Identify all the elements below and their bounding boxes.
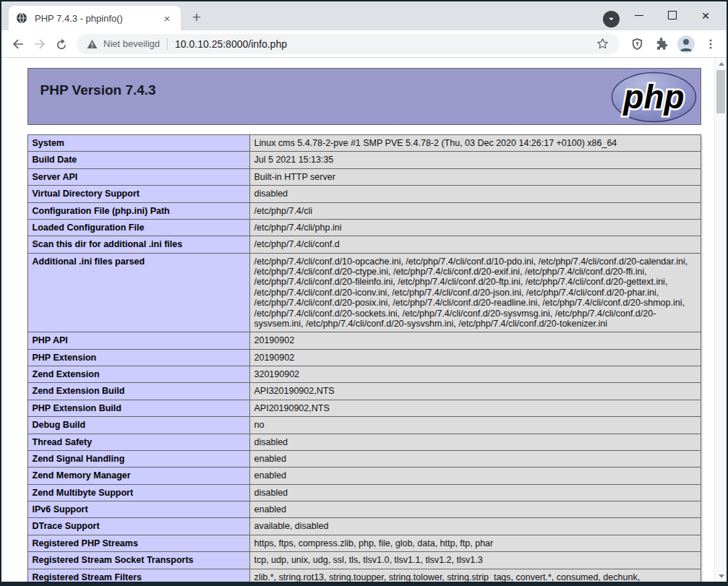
table-row: Zend Extension Build API320190902,NTS	[27, 383, 701, 400]
row-label: IPv6 Support	[27, 501, 249, 518]
row-value: available, disabled	[249, 518, 701, 535]
kebab-menu-icon	[705, 38, 716, 50]
profile-button[interactable]	[676, 34, 696, 54]
scroll-up-button[interactable]	[715, 58, 727, 69]
table-row: Registered Stream Filters zlib.*, string…	[27, 569, 701, 582]
maximize-icon	[668, 11, 677, 20]
table-row: Server API Built-in HTTP server	[27, 168, 701, 185]
table-row: Thread Safety disabled	[27, 434, 701, 450]
row-label: Registered Stream Filters	[27, 569, 249, 582]
row-label: Additional .ini files parsed	[27, 253, 249, 332]
row-label: Loaded Configuration File	[27, 219, 249, 236]
phpinfo-page: PHP Version 7.4.3 php	[27, 58, 701, 582]
phpinfo-table: System Linux cms 5.4.78-2-pve #1 SMP PVE…	[27, 134, 701, 582]
row-label: System	[27, 135, 249, 152]
forward-button[interactable]	[29, 33, 51, 55]
table-row: Additional .ini files parsed /etc/php/7.…	[27, 253, 701, 332]
puzzle-icon	[656, 38, 668, 50]
window-controls: ×	[622, 6, 722, 25]
globe-favicon-icon	[16, 12, 27, 24]
table-row: Virtual Directory Support disabled	[27, 186, 701, 202]
php-logo-text: php	[622, 78, 684, 116]
row-label: Zend Extension Build	[27, 383, 249, 400]
row-label: Scan this dir for additional .ini files	[27, 236, 249, 253]
row-value: Jul 5 2021 15:13:35	[249, 152, 701, 168]
row-label: PHP Extension	[27, 349, 249, 366]
row-value: no	[249, 417, 701, 434]
toolbar-right-icons	[624, 34, 721, 54]
row-value: enabled	[249, 450, 701, 467]
back-arrow-icon	[12, 38, 25, 51]
omnibox-separator	[167, 38, 168, 50]
vertical-scrollbar[interactable]	[714, 58, 727, 582]
minimize-icon	[635, 15, 643, 16]
browser-tab[interactable]: PHP 7.4.3 - phpinfo() ×	[9, 6, 181, 30]
table-row: PHP Extension Build API20190902,NTS	[27, 400, 701, 416]
table-row: Registered Stream Socket Transports tcp,…	[27, 552, 701, 569]
row-value: Linux cms 5.4.78-2-pve #1 SMP PVE 5.4.78…	[249, 135, 701, 152]
row-label: Server API	[27, 168, 249, 185]
bookmark-button[interactable]	[592, 34, 612, 54]
row-label: DTrace Support	[27, 518, 249, 535]
row-label: PHP Extension Build	[27, 400, 249, 416]
row-value: 20190902	[249, 332, 701, 349]
page-title: PHP Version 7.4.3	[40, 82, 156, 98]
shield-extension-button[interactable]	[627, 34, 647, 54]
table-row: Debug Build no	[27, 417, 701, 434]
row-value: /etc/php/7.4/cli/conf.d	[249, 236, 701, 253]
forward-arrow-icon	[33, 38, 46, 51]
row-label: Zend Signal Handling	[27, 450, 249, 467]
reload-button[interactable]	[51, 33, 72, 55]
scroll-down-button[interactable]	[715, 570, 727, 582]
media-controls-button[interactable]	[603, 11, 620, 27]
table-row: Loaded Configuration File /etc/php/7.4/c…	[27, 219, 701, 236]
scroll-up-icon	[719, 62, 724, 66]
row-value: API20190902,NTS	[249, 400, 701, 416]
reload-icon	[55, 38, 68, 51]
info-table-body: System Linux cms 5.4.78-2-pve #1 SMP PVE…	[27, 135, 701, 582]
table-row: Build Date Jul 5 2021 15:13:35	[27, 152, 701, 168]
new-tab-button[interactable]: +	[187, 7, 207, 27]
browser-window-frame: PHP 7.4.3 - phpinfo() × + ×	[0, 0, 728, 586]
row-value: disabled	[249, 186, 701, 202]
table-row: Configuration File (php.ini) Path /etc/p…	[27, 202, 701, 219]
scrollbar-thumb[interactable]	[716, 70, 725, 113]
page-viewport: PHP Version 7.4.3 php	[1, 58, 727, 582]
address-bar[interactable]: Niet beveiligd 10.0.10.25:8000/info.php	[77, 34, 620, 54]
tab-close-icon[interactable]: ×	[160, 12, 174, 25]
extensions-button[interactable]	[651, 34, 672, 54]
table-row: IPv6 Support enabled	[27, 501, 701, 518]
table-row: DTrace Support available, disabled	[27, 518, 701, 535]
minimize-button[interactable]	[622, 6, 656, 25]
table-row: Zend Multibyte Support disabled	[27, 484, 701, 501]
row-value: 320190902	[249, 366, 701, 383]
row-value: Built-in HTTP server	[249, 168, 701, 185]
row-value: API320190902,NTS	[249, 383, 701, 400]
row-value: /etc/php/7.4/cli	[249, 202, 701, 219]
shield-icon	[631, 38, 643, 51]
table-row: System Linux cms 5.4.78-2-pve #1 SMP PVE…	[27, 135, 701, 152]
row-label: Zend Memory Manager	[27, 467, 249, 484]
security-label[interactable]: Niet beveiligd	[103, 38, 160, 49]
php-logo: php	[611, 72, 697, 126]
row-label: Registered PHP Streams	[27, 535, 249, 551]
row-label: Thread Safety	[27, 434, 249, 450]
row-value: disabled	[249, 434, 701, 450]
browser-menu-button[interactable]	[701, 34, 721, 54]
url-text[interactable]: 10.0.10.25:8000/info.php	[175, 38, 592, 50]
scroll-down-icon	[719, 574, 724, 578]
maximize-button[interactable]	[656, 6, 689, 25]
back-button[interactable]	[7, 33, 29, 55]
table-row: Registered PHP Streams https, ftps, comp…	[27, 535, 701, 551]
row-value: https, ftps, compress.zlib, php, file, g…	[249, 535, 701, 551]
phpinfo-header: PHP Version 7.4.3 php	[27, 68, 701, 125]
close-window-button[interactable]: ×	[689, 6, 722, 25]
table-row: Zend Extension 320190902	[27, 366, 701, 383]
row-value: enabled	[249, 501, 701, 518]
table-row: Zend Memory Manager enabled	[27, 467, 701, 484]
tab-strip: PHP 7.4.3 - phpinfo() × + ×	[1, 1, 727, 30]
row-label: Build Date	[27, 152, 249, 168]
tab-title: PHP 7.4.3 - phpinfo()	[35, 13, 160, 24]
row-value: disabled	[249, 484, 701, 501]
table-row: PHP API 20190902	[27, 332, 701, 349]
